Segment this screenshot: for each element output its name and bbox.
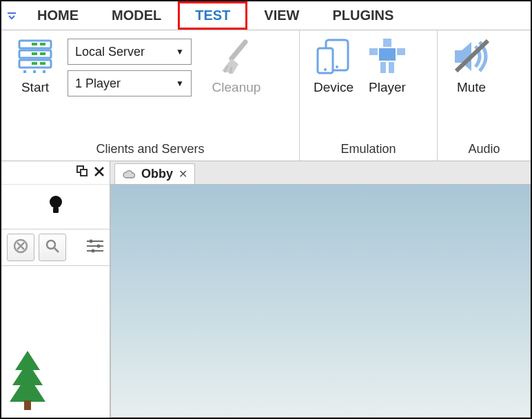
svg-rect-21 <box>383 39 391 47</box>
chevron-down-icon: ▼ <box>176 79 184 88</box>
chevron-down-icon: ▼ <box>176 47 184 57</box>
svg-rect-22 <box>379 48 396 61</box>
mute-button[interactable]: Mute <box>444 34 498 98</box>
svg-point-20 <box>324 68 327 71</box>
hint-button[interactable] <box>1 185 110 229</box>
tab-test[interactable]: TEST <box>178 1 247 30</box>
clear-button[interactable] <box>7 234 34 261</box>
svg-rect-10 <box>40 62 45 65</box>
svg-rect-8 <box>40 52 45 55</box>
svg-rect-25 <box>380 62 386 73</box>
tab-home[interactable]: HOME <box>21 1 95 30</box>
svg-point-18 <box>336 65 338 68</box>
group-label-audio: Audio <box>444 142 524 158</box>
svg-rect-33 <box>53 207 59 213</box>
start-button[interactable]: Start <box>8 34 62 98</box>
filter-button[interactable] <box>70 239 104 256</box>
panel-controls <box>1 161 110 185</box>
svg-point-43 <box>97 244 101 247</box>
player-count-value: 1 Player <box>75 76 121 91</box>
svg-rect-48 <box>24 400 31 410</box>
player-button[interactable]: Player <box>360 34 414 98</box>
tab-view[interactable]: VIEW <box>247 1 316 30</box>
group-label-emulation: Emulation <box>307 142 430 158</box>
svg-rect-26 <box>389 62 394 73</box>
lightbulb-icon <box>48 195 64 219</box>
ribbon-toolbar: Start Local Server ▼ 1 Player ▼ <box>1 30 531 161</box>
dock-icon[interactable] <box>76 165 88 180</box>
clear-x-icon <box>13 238 28 257</box>
svg-point-32 <box>50 196 62 208</box>
svg-rect-12 <box>33 70 36 73</box>
tab-model[interactable]: MODEL <box>95 1 178 30</box>
svg-point-44 <box>92 249 95 252</box>
svg-rect-23 <box>369 48 378 55</box>
quick-access-dropdown-icon[interactable] <box>3 1 21 30</box>
server-player-selectors: Local Server ▼ 1 Player ▼ <box>68 39 192 96</box>
menu-tabs: HOME MODEL TEST VIEW PLUGINS <box>1 1 531 30</box>
search-button[interactable] <box>39 234 66 261</box>
svg-line-16 <box>230 67 232 74</box>
svg-rect-13 <box>43 70 45 73</box>
svg-rect-6 <box>40 43 45 45</box>
svg-rect-7 <box>32 52 37 55</box>
svg-rect-5 <box>32 43 37 45</box>
mute-label: Mute <box>457 80 486 95</box>
svg-line-38 <box>54 248 59 252</box>
sliders-icon <box>86 239 104 256</box>
document-tab-title: Obby <box>141 167 173 181</box>
ribbon-group-clients-servers: Start Local Server ▼ 1 Player ▼ <box>1 30 299 161</box>
svg-rect-9 <box>32 62 37 65</box>
svg-rect-11 <box>23 70 26 73</box>
device-label: Device <box>314 80 354 95</box>
broom-icon <box>217 37 256 76</box>
game-viewport[interactable] <box>110 185 531 418</box>
side-panel <box>1 161 110 418</box>
close-tab-icon[interactable]: ✕ <box>178 167 187 181</box>
speaker-muted-icon <box>452 37 491 76</box>
server-mode-value: Local Server <box>75 45 145 59</box>
search-icon <box>45 238 60 257</box>
svg-point-37 <box>47 241 55 249</box>
device-icon <box>314 37 353 76</box>
svg-point-42 <box>90 239 93 243</box>
cleanup-button[interactable]: Cleanup <box>209 34 263 98</box>
server-icon <box>16 37 54 76</box>
start-label: Start <box>21 80 49 95</box>
ribbon-group-audio: Mute Audio <box>437 30 531 161</box>
group-label-clients-servers: Clients and Servers <box>8 142 292 158</box>
explorer-area[interactable] <box>1 266 110 418</box>
cloud-icon <box>122 170 136 179</box>
document-tabs: Obby ✕ <box>110 161 531 185</box>
document-tab-obby[interactable]: Obby ✕ <box>114 163 195 184</box>
svg-rect-24 <box>397 48 405 55</box>
main-area: Obby ✕ <box>110 161 531 418</box>
tree-icon <box>7 349 48 415</box>
svg-marker-47 <box>10 374 45 402</box>
cleanup-label: Cleanup <box>212 80 261 95</box>
device-button[interactable]: Device <box>307 34 360 98</box>
workspace: Obby ✕ <box>1 161 531 418</box>
close-icon[interactable] <box>94 165 104 180</box>
player-avatar-icon <box>368 37 407 76</box>
ribbon-group-emulation: Device Player Emulation <box>299 30 437 161</box>
player-count-dropdown[interactable]: 1 Player ▼ <box>68 70 192 96</box>
player-label: Player <box>369 80 406 95</box>
tab-plugins[interactable]: PLUGINS <box>316 1 410 30</box>
svg-line-14 <box>232 42 245 59</box>
svg-rect-29 <box>81 170 87 176</box>
panel-toolbar <box>1 229 110 266</box>
server-mode-dropdown[interactable]: Local Server ▼ <box>68 39 192 65</box>
